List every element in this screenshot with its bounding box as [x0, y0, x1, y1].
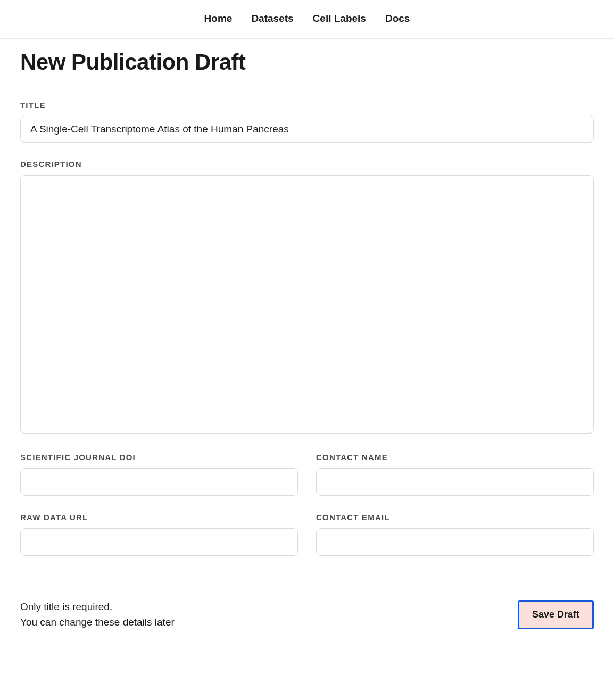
contact-name-label: CONTACT NAME: [316, 453, 594, 462]
footer-text: Only title is required. You can change t…: [20, 599, 175, 630]
page-title: New Publication Draft: [20, 49, 594, 75]
title-field: TITLE: [20, 101, 594, 143]
footer-line2: You can change these details later: [20, 615, 175, 630]
contact-name-input[interactable]: [316, 468, 594, 496]
footer-line1: Only title is required.: [20, 599, 175, 615]
doi-label: SCIENTIFIC JOURNAL DOI: [20, 453, 298, 462]
row-doi-contact-name: SCIENTIFIC JOURNAL DOI CONTACT NAME: [20, 453, 594, 513]
contact-email-field: CONTACT EMAIL: [316, 513, 594, 556]
description-textarea[interactable]: [20, 175, 594, 434]
footer-bar: Only title is required. You can change t…: [0, 586, 614, 646]
contact-email-input[interactable]: [316, 528, 594, 556]
description-label: DESCRIPTION: [20, 160, 594, 169]
row-url-contact-email: RAW DATA URL CONTACT EMAIL: [20, 513, 594, 573]
save-draft-button[interactable]: Save Draft: [518, 600, 594, 629]
description-field: DESCRIPTION: [20, 160, 594, 436]
doi-field: SCIENTIFIC JOURNAL DOI: [20, 453, 298, 496]
doi-input[interactable]: [20, 468, 298, 496]
raw-data-url-field: RAW DATA URL: [20, 513, 298, 556]
contact-email-label: CONTACT EMAIL: [316, 513, 594, 522]
nav-datasets[interactable]: Datasets: [251, 13, 293, 24]
contact-name-field: CONTACT NAME: [316, 453, 594, 496]
nav-cell-labels[interactable]: Cell Labels: [313, 13, 366, 24]
main-container: New Publication Draft TITLE DESCRIPTION …: [0, 39, 614, 573]
nav-docs[interactable]: Docs: [385, 13, 410, 24]
top-nav: Home Datasets Cell Labels Docs: [0, 0, 614, 39]
nav-home[interactable]: Home: [204, 13, 233, 24]
raw-data-url-label: RAW DATA URL: [20, 513, 298, 522]
title-input[interactable]: [20, 116, 594, 143]
raw-data-url-input[interactable]: [20, 528, 298, 556]
title-label: TITLE: [20, 101, 594, 110]
